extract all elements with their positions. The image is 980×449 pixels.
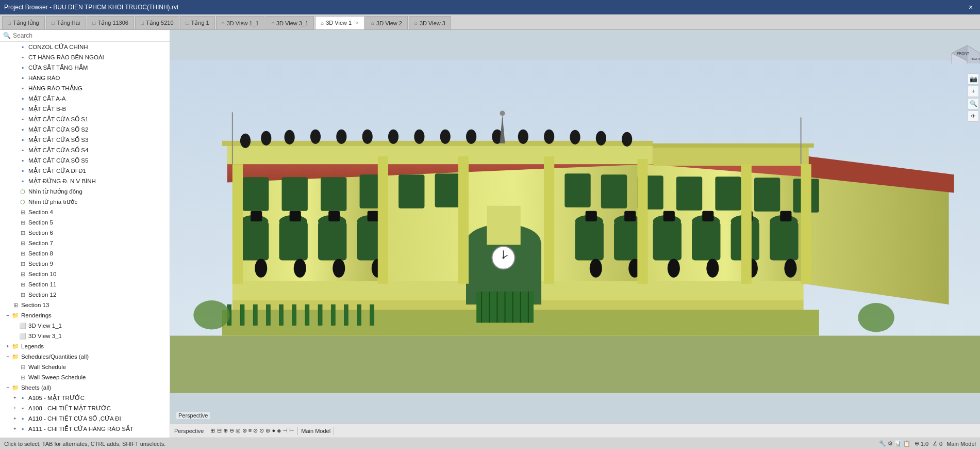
expander-3d-view-3-1 xyxy=(11,332,19,340)
expander-section12 xyxy=(11,291,19,298)
toolbar-btn-navigate[interactable]: ✈ xyxy=(968,110,979,122)
tree-item-mat-cat-s3[interactable]: ▪ MẶT CẮT CỬA SỐ S3 xyxy=(0,135,170,145)
tree-item-mat-dung[interactable]: ▪ MẶT ĐỨNG Đ. N V BÌNH xyxy=(0,176,170,186)
tree-item-mat-cat-s5[interactable]: ▪ MẶT CẮT CỬA SỐ S5 xyxy=(0,155,170,166)
svg-rect-69 xyxy=(601,174,627,208)
expander-mat-cat-di1 xyxy=(11,167,19,174)
tree-item-schedules[interactable]: − 📁 Schedules/Quantities (all) xyxy=(0,351,170,362)
tree-item-section11[interactable]: ⊞ Section 11 xyxy=(0,279,170,290)
svg-rect-80 xyxy=(624,211,636,221)
svg-rect-97 xyxy=(240,304,244,325)
tree-item-a110[interactable]: + ▪ A110 - CHI TIẾT CỬA SỐ ,CỬA ĐI xyxy=(0,413,170,424)
section-icon-12: ⊞ xyxy=(19,291,27,299)
tree-item-section7[interactable]: ⊞ Section 7 xyxy=(0,238,170,248)
tree-item-section6[interactable]: ⊞ Section 6 xyxy=(0,228,170,238)
tree-item-section4[interactable]: ⊞ Section 4 xyxy=(0,207,170,217)
tree-item-a111[interactable]: + ▪ A111 - CHI TIẾT CỬA HÀNG RÀO SẮT xyxy=(0,424,170,434)
tree-item-section8[interactable]: ⊞ Section 8 xyxy=(0,248,170,259)
tree-wrapper[interactable]: ▪ CONZOL CỬA CHÍNH ▪ CT HÀNG RÀO BÊN NGO… xyxy=(0,42,170,438)
tab-icon-sheet3: □ xyxy=(92,20,95,26)
tab-close-3d-1[interactable]: × xyxy=(356,20,359,26)
tree-item-section5[interactable]: ⊞ Section 5 xyxy=(0,217,170,228)
tree-item-mat-cat-aa[interactable]: ▪ MẶT CẮT A-A xyxy=(0,93,170,104)
tree-item-ct-hang-rao[interactable]: ▪ CT HÀNG RÀO BÊN NGOÀI xyxy=(0,52,170,62)
tab-label-tang-11306: Tầng 11306 xyxy=(97,20,128,26)
tree-item-a108[interactable]: + ▪ A108 - CHI TIẾT MẶT TRƯỚC xyxy=(0,403,170,413)
svg-rect-1 xyxy=(170,335,980,393)
tree-label-a111: A111 - CHI TIẾT CỬA HÀNG RÀO SẮT xyxy=(28,425,134,432)
tree-label-mat-dung: MẶT ĐỨNG Đ. N V BÌNH xyxy=(28,178,96,185)
tab-bar: □ Tầng lửng □ Tầng Hai □ Tầng 11306 □ Tầ… xyxy=(0,14,980,30)
tree-item-wall-schedule[interactable]: ⊟ Wall Schedule xyxy=(0,362,170,372)
tree-item-section13[interactable]: ⊞ Section 13 xyxy=(0,300,170,310)
view-cube[interactable]: FRONT RIGHT xyxy=(944,35,975,66)
tree-item-section12[interactable]: ⊞ Section 12 xyxy=(0,290,170,300)
tab-3d-view-2[interactable]: ⌂ 3D View 2 xyxy=(366,16,408,29)
tree-item-legends[interactable]: + 📁 Legends xyxy=(0,341,170,351)
separator-3 xyxy=(334,427,334,435)
tree-label-section12: Section 12 xyxy=(28,292,56,298)
tab-label-3d-2: 3D View 2 xyxy=(376,20,402,26)
tree-label-section5: Section 5 xyxy=(28,219,53,226)
tree-item-hang-rao-thang[interactable]: ▪ HÀNG RÀO THẲNG xyxy=(0,83,170,93)
tree-item-hang-rao[interactable]: ▪ HÀNG RÀO xyxy=(0,73,170,83)
tree-item-conzol[interactable]: ▪ CONZOL CỬA CHÍNH xyxy=(0,42,170,52)
svg-rect-118 xyxy=(232,164,243,284)
tab-tang-1[interactable]: □ Tầng 1 xyxy=(180,16,215,29)
tab-tang-11306[interactable]: □ Tầng 11306 xyxy=(87,16,134,29)
tree-item-mat-cat-s2[interactable]: ▪ MẶT CẮT CỬA SỐ S2 xyxy=(0,124,170,135)
tree-item-wall-sweep[interactable]: ⊟ Wall Sweep Schedule xyxy=(0,372,170,382)
svg-rect-100 xyxy=(279,304,283,325)
tab-tang-hai[interactable]: □ Tầng Hai xyxy=(46,16,86,29)
tree-item-mat-cat-di1[interactable]: ▪ MẶT CẮT CỬA ĐI Đ1 xyxy=(0,166,170,176)
search-input[interactable] xyxy=(13,32,167,39)
perspective-label: Perspective xyxy=(174,428,204,434)
close-button[interactable]: × xyxy=(966,2,976,12)
tab-tang-lung[interactable]: □ Tầng lửng xyxy=(2,16,45,29)
toolbar-btn-camera[interactable]: 📷 xyxy=(968,73,979,85)
svg-rect-82 xyxy=(702,211,713,221)
toolbar-btn-zoom-in[interactable]: + xyxy=(968,86,979,97)
svg-point-94 xyxy=(784,259,796,277)
expander-mat-dung xyxy=(11,178,19,185)
svg-rect-119 xyxy=(378,156,388,284)
svg-rect-121 xyxy=(544,156,554,284)
tree-item-3d-view-1-1[interactable]: ⬜ 3D View 1_1 xyxy=(0,320,170,331)
view-canvas[interactable]: FRONT RIGHT 📷 + 🔍 ✈ Perspective xyxy=(170,30,980,423)
project-browser: 🔍 ▪ CONZOL CỬA CHÍNH ▪ CT HÀNG RÀO BÊN N… xyxy=(0,30,170,438)
expander-legends: + xyxy=(4,343,11,350)
svg-rect-102 xyxy=(305,304,309,325)
toolbar-btn-search[interactable]: 🔍 xyxy=(968,98,979,109)
svg-rect-63 xyxy=(282,177,308,211)
tab-3d-view-11[interactable]: ○ 3D View 1_1 xyxy=(216,16,264,29)
expander-mat-cat-bb xyxy=(11,105,19,113)
section-icon-6: ⊞ xyxy=(19,229,27,237)
expander-section4 xyxy=(11,209,19,216)
tab-3d-view-1[interactable]: ⌂ 3D View 1 × xyxy=(315,16,364,29)
tree-item-nhin-phia-truoc[interactable]: ⬡ Nhìn từ phía trước xyxy=(0,197,170,207)
tree-item-sheets-all[interactable]: − 📁 Sheets (all) xyxy=(0,382,170,393)
tree-label-section8: Section 8 xyxy=(28,250,53,256)
sheet-icon-mat-cat-di1: ▪ xyxy=(19,167,27,175)
tree-item-3d-view-3-1[interactable]: ⬜ 3D View 3_1 xyxy=(0,331,170,341)
schedule-icon-wall: ⊟ xyxy=(19,363,27,371)
expander-mat-cat-s4 xyxy=(11,147,19,154)
tree-item-mat-cat-bb[interactable]: ▪ MẶT CẮT B-B xyxy=(0,104,170,114)
tab-icon-sheet4: □ xyxy=(141,20,144,26)
building-svg xyxy=(170,30,980,423)
tree-item-section9[interactable]: ⊞ Section 9 xyxy=(0,259,170,269)
svg-rect-76 xyxy=(290,211,301,221)
tree-item-section10[interactable]: ⊞ Section 10 xyxy=(0,269,170,279)
tree-item-a105[interactable]: + ▪ A105 - MẶT TRƯỚC xyxy=(0,393,170,403)
tree-item-renderings[interactable]: − 📁 Renderings xyxy=(0,310,170,320)
tab-3d-view-3[interactable]: ⌂ 3D View 3 xyxy=(409,16,451,29)
svg-rect-75 xyxy=(251,211,262,221)
tree-item-mat-cat-s4[interactable]: ▪ MẶT CẮT CỬA SỐ S4 xyxy=(0,145,170,155)
tree-label-wall-schedule: Wall Schedule xyxy=(28,364,66,370)
tree-label-mat-cat-di1: MẶT CẮT CỬA ĐI Đ1 xyxy=(28,167,86,174)
tab-3d-view-31[interactable]: ○ 3D View 3_1 xyxy=(265,16,314,29)
tree-item-nhin-huong-dong[interactable]: ⬡ Nhìn từ hướng đông xyxy=(0,186,170,197)
tree-item-mat-cat-s1[interactable]: ▪ MẶT CẮT CỬA SỐ S1 xyxy=(0,114,170,124)
tree-item-cua-sat[interactable]: ▪ CỬA SẮT TẦNG HẦM xyxy=(0,62,170,73)
tab-tang-5210[interactable]: □ Tầng 5210 xyxy=(135,16,179,29)
